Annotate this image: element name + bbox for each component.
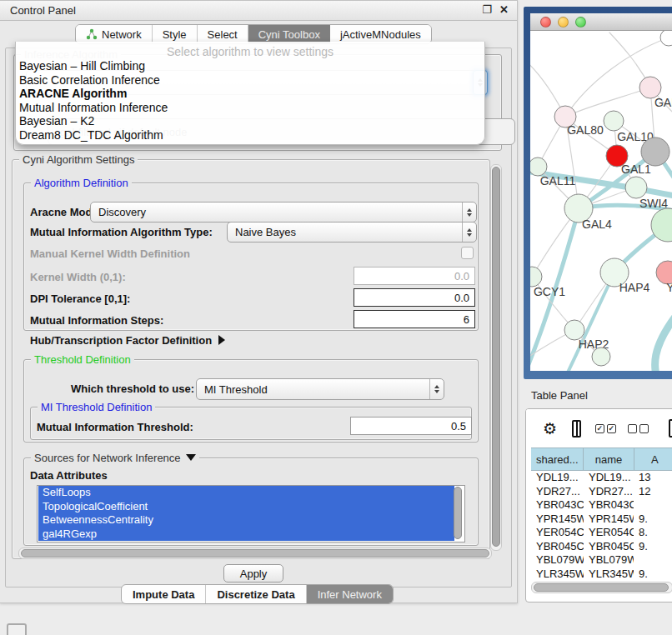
tab-jactivemnodules[interactable]: jActiveMNodules [330,25,431,43]
combo-stepper-icon[interactable] [462,222,476,242]
table-cell: 9. [634,512,672,527]
dropdown-item[interactable]: Dream8 DC_TDC Algorithm [19,128,163,142]
algorithm-dropdown-popup: Select algorithm to view settings Bayesi… [15,42,485,145]
minimize-traffic-light-icon[interactable] [558,17,569,28]
close-window-icon[interactable]: ✕ [499,3,509,16]
threshold-definition-legend: Threshold Definition [31,353,134,366]
check-icon: ✓ [595,424,604,433]
tab-style[interactable]: Style [153,25,198,43]
which-threshold-combo[interactable]: MI Threshold [196,378,444,400]
settings-scrollbar-thumb[interactable] [492,167,500,547]
tab-impute-data-label: Impute Data [133,588,194,601]
kernel-width-value: 0.0 [454,270,469,282]
mi-threshold-field[interactable]: 0.5 [350,417,472,435]
mi-type-combo[interactable]: Naive Bayes [227,222,477,242]
table-row[interactable]: YER054CYER054C8. [531,526,672,540]
table-row[interactable]: YLR345WYLR345W9. [531,568,672,582]
table-column-header[interactable]: shared... [531,448,584,470]
network-node-label: GAL1 [621,162,651,176]
aracne-mode-combo[interactable]: Discovery [90,202,477,222]
network-canvas[interactable]: GALGAL80GAL10GAL1GAL11SWI4GAL4GCY1HAP4YH… [530,31,672,371]
table-row[interactable]: YBR045CYBR045C9. [531,540,672,554]
network-graph[interactable]: GALGAL80GAL10GAL1GAL11SWI4GAL4GCY1HAP4YH… [530,31,672,371]
list-item[interactable]: BetweennessCentrality [38,513,454,528]
dropdown-item[interactable]: ARACNE Algorithm [19,87,127,100]
panel-restore-button[interactable] [7,623,27,635]
sources-legend-text: Sources for Network Inference [34,452,181,464]
settings-hscrollbar[interactable] [18,548,492,559]
dropdown-item[interactable]: Bayesian – K2 [19,114,94,128]
close-traffic-light-icon[interactable] [540,17,551,28]
cyni-settings-legend: Cyni Algorithm Settings [19,153,138,166]
expand-right-icon[interactable] [218,335,225,345]
table-column-header[interactable]: name [584,448,634,470]
collapse-down-icon[interactable] [186,454,196,461]
table-row[interactable]: YDR27...YDR27...12 [531,485,672,499]
list-item[interactable]: SelfLoops [38,486,454,500]
table-column-header[interactable]: A [634,448,672,470]
sources-legend[interactable]: Sources for Network Inference [31,452,199,464]
list-item[interactable]: gal4RGexp [38,528,454,542]
tab-cyni-toolbox[interactable]: Cyni Toolbox [248,25,330,43]
network-node[interactable] [604,111,624,131]
dpi-tolerance-field[interactable]: 0.0 [354,288,475,307]
settings-hscrollbar-thumb[interactable] [21,549,489,558]
hub-definition-label[interactable]: Hub/Transcription Factor Definition [30,334,225,347]
list-item[interactable]: TopologicalCoefficient [38,500,454,514]
network-node[interactable] [592,348,610,366]
column-layout-icon[interactable] [572,420,581,438]
dropdown-item[interactable]: Bayesian – Hill Climbing [19,59,145,72]
bottom-tabbar: Impute Data Discretize Data Infer Networ… [121,584,394,604]
table-panel-titlebar[interactable]: Table Panel [524,384,672,406]
table-cell: YLR345W [531,568,584,582]
tab-network[interactable]: Network [76,25,153,43]
tab-select[interactable]: Select [198,25,248,43]
tab-infer-network[interactable]: Infer Network [307,585,393,603]
network-node-label: SWI4 [639,197,668,210]
tab-impute-data[interactable]: Impute Data [122,585,206,603]
data-attributes-list[interactable]: SelfLoopsTopologicalCoefficientBetweenne… [37,485,465,542]
apply-button[interactable]: Apply [223,564,283,582]
attr-list-scrollbar-thumb[interactable] [454,487,462,539]
network-edge[interactable] [655,310,672,371]
zoom-traffic-light-icon[interactable] [575,17,586,28]
table-hscrollbar-thumb[interactable] [534,583,669,592]
dpi-tolerance-value: 0.0 [454,292,469,304]
mi-steps-value: 6 [464,313,469,326]
table-row[interactable]: YPR145WYPR145W9. [531,512,672,527]
export-table-icon[interactable] [669,419,672,438]
network-window-titlebar[interactable] [530,13,672,31]
kernel-width-field[interactable]: 0.0 [354,267,475,285]
manual-kernel-checkbox[interactable] [461,247,474,259]
tab-select-label: Select [208,28,238,41]
table-row[interactable]: YBR043CYBR043C [531,498,672,512]
network-node[interactable] [625,177,647,198]
mi-steps-field[interactable]: 6 [354,310,475,328]
dropdown-item[interactable]: Mutual Information Inference [19,101,168,114]
table-hscrollbar[interactable] [531,582,672,593]
network-node[interactable] [660,31,672,46]
network-node[interactable] [641,138,669,166]
combo-stepper-icon[interactable] [429,379,444,399]
apply-button-label: Apply [240,568,268,580]
settings-scrollbar[interactable] [490,164,502,551]
mi-threshold-legend: MI Threshold Definition [38,401,155,413]
table-row[interactable]: YDL19...YDL19...13 [531,471,672,485]
gear-icon[interactable]: ⚙ [543,419,557,438]
select-all-checks-icon[interactable]: ✓ ✓ [595,424,616,433]
float-window-icon[interactable]: ❐ [482,3,492,16]
table-cell: YPR145W [531,512,584,527]
table-cell: YBR043C [531,498,584,512]
attr-list-scrollbar[interactable] [453,487,463,539]
dpi-tolerance-label: DPI Tolerance [0,1]: [30,292,130,305]
table-header-row: shared...nameA [531,448,672,471]
deselect-all-checks-icon[interactable] [628,424,649,433]
table-row[interactable]: YBL079WYBL079W [531,553,672,568]
dropdown-item[interactable]: Basic Correlation Inference [19,73,160,87]
network-node[interactable] [530,267,542,287]
control-panel-titlebar[interactable]: Control Panel ❐ ✕ [0,1,517,21]
tab-discretize-data[interactable]: Discretize Data [206,585,306,603]
combo-stepper-icon[interactable] [462,202,476,222]
network-node[interactable] [530,158,547,176]
mi-type-value: Naive Bayes [228,226,462,238]
